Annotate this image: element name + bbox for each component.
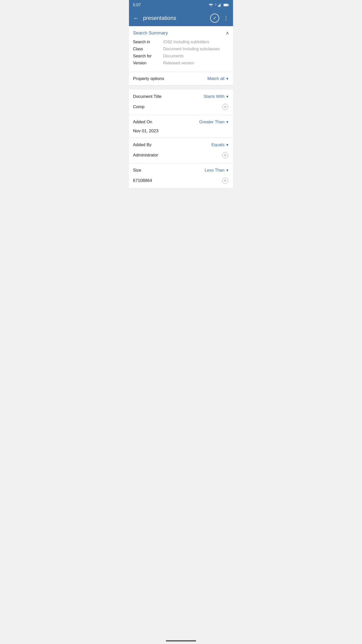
property-name-size: Size (133, 168, 141, 173)
operator-button-added-by[interactable]: Equals ▼ (211, 142, 229, 147)
clear-icon-added-by: ✕ (222, 152, 228, 158)
status-bar: 5:07 ? (129, 0, 233, 10)
search-summary-header: Search Summary ∧ (133, 30, 229, 36)
operator-button-document-title[interactable]: Starts With ▼ (204, 94, 229, 99)
svg-rect-5 (228, 5, 229, 6)
svg-rect-3 (220, 3, 221, 7)
check-icon: ✓ (213, 15, 217, 21)
summary-value-search-in: /OS2 Including subfolders (163, 40, 209, 44)
operator-arrow-document-title: ▼ (225, 95, 229, 99)
more-options-button[interactable]: ⋮ (223, 15, 229, 21)
confirm-button[interactable]: ✓ (210, 14, 219, 23)
property-value-row-size: 67108864 ✕ (129, 176, 233, 189)
operator-label-added-on: Greater Than (199, 119, 224, 125)
property-options-label: Property options (133, 76, 164, 81)
section-spacer-1 (129, 86, 233, 90)
svg-rect-1 (219, 5, 219, 7)
bottom-area (129, 189, 233, 219)
property-value-row-added-by: Administrator ✕ (129, 150, 233, 163)
battery-icon (223, 4, 229, 7)
wifi-question: ? (215, 3, 216, 7)
match-all-arrow: ▼ (225, 77, 229, 81)
summary-label-class: Class (133, 47, 163, 51)
clear-icon-size: ✕ (222, 178, 228, 184)
search-summary-title: Search Summary (133, 30, 168, 36)
summary-value-class: Document Including subclasses (163, 47, 220, 51)
match-all-button[interactable]: Match all ▼ (207, 76, 229, 81)
clear-button-added-by[interactable]: ✕ (221, 151, 229, 159)
operator-button-size[interactable]: Less Than ▼ (205, 168, 229, 173)
property-value-added-on: Nov 01, 2023 (133, 129, 229, 134)
signal-icon (218, 3, 222, 7)
summary-label-version: Version (133, 61, 163, 65)
property-section-document-title: Document Title Starts With ▼ Comp ✕ (129, 90, 233, 115)
summary-row-search-in: Search in /OS2 Including subfolders (133, 40, 229, 44)
wifi-icon (209, 3, 213, 7)
summary-row-class: Class Document Including subclasses (133, 47, 229, 51)
clear-button-document-title[interactable]: ✕ (221, 103, 229, 111)
svg-rect-2 (219, 4, 220, 7)
property-value-document-title: Comp (133, 104, 221, 109)
property-header-document-title: Document Title Starts With ▼ (129, 90, 233, 102)
svg-rect-0 (218, 6, 218, 7)
collapse-icon[interactable]: ∧ (226, 30, 229, 36)
property-section-added-on: Added On Greater Than ▼ Nov 01, 2023 (129, 115, 233, 138)
svg-rect-6 (224, 4, 228, 6)
status-time: 5:07 (133, 3, 141, 7)
summary-label-search-in: Search in (133, 40, 163, 44)
operator-arrow-added-by: ▼ (225, 143, 229, 147)
back-button[interactable]: ← (133, 15, 139, 22)
app-bar-title: presentations (143, 15, 210, 21)
property-header-added-on: Added On Greater Than ▼ (129, 115, 233, 128)
clear-icon-document-title: ✕ (222, 104, 228, 110)
property-options-bar: Property options Match all ▼ (129, 72, 233, 86)
app-bar: ← presentations ✓ ⋮ (129, 10, 233, 26)
property-value-row-added-on: Nov 01, 2023 (129, 128, 233, 138)
operator-arrow-size: ▼ (225, 168, 229, 172)
operator-arrow-added-on: ▼ (225, 120, 229, 124)
property-value-size: 67108864 (133, 178, 221, 183)
property-section-size: Size Less Than ▼ 67108864 ✕ (129, 163, 233, 189)
property-name-added-by: Added By (133, 142, 152, 147)
summary-row-version: Version Released version (133, 61, 229, 65)
property-value-added-by: Administrator (133, 153, 221, 158)
summary-label-search-for: Search for (133, 54, 163, 58)
summary-value-version: Released version (163, 61, 194, 65)
property-header-added-by: Added By Equals ▼ (129, 138, 233, 150)
property-name-document-title: Document Title (133, 94, 161, 99)
clear-button-size[interactable]: ✕ (221, 177, 229, 184)
operator-label-added-by: Equals (211, 142, 224, 147)
property-section-added-by: Added By Equals ▼ Administrator ✕ (129, 138, 233, 163)
operator-label-document-title: Starts With (204, 94, 224, 99)
status-icons: ? (209, 3, 229, 7)
property-header-size: Size Less Than ▼ (129, 163, 233, 176)
app-bar-actions: ✓ ⋮ (210, 14, 229, 23)
property-name-added-on: Added On (133, 119, 152, 125)
match-all-label: Match all (207, 76, 224, 81)
summary-row-search-for: Search for Documents (133, 54, 229, 58)
summary-value-search-for: Documents (163, 54, 184, 58)
property-value-row-document-title: Comp ✕ (129, 102, 233, 115)
operator-button-added-on[interactable]: Greater Than ▼ (199, 119, 229, 125)
operator-label-size: Less Than (205, 168, 224, 173)
search-summary-section: Search Summary ∧ Search in /OS2 Includin… (129, 26, 233, 72)
